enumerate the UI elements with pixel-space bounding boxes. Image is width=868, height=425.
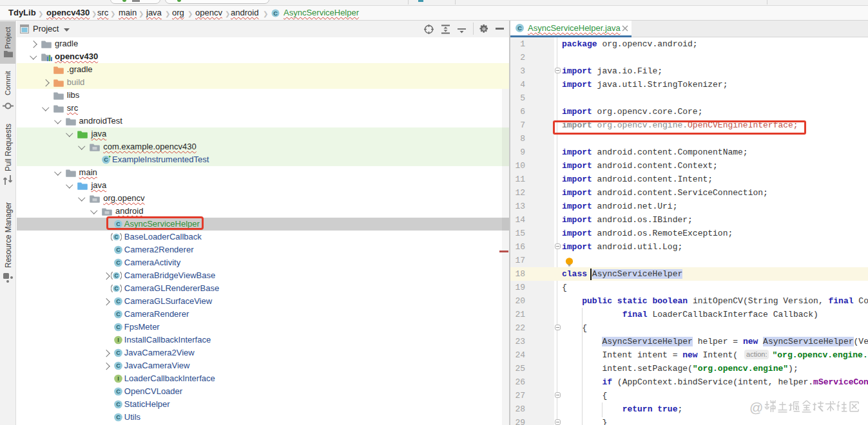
svg-text:C: C (114, 285, 118, 292)
svg-text:C: C (116, 414, 121, 420)
svg-text:C: C (116, 388, 121, 395)
svg-text:@: @ (749, 400, 763, 415)
svg-text:C: C (116, 311, 121, 317)
svg-text:C: C (116, 350, 121, 356)
svg-text:I: I (117, 375, 119, 382)
svg-text:C: C (116, 247, 121, 253)
svg-text:C: C (104, 156, 108, 163)
svg-text:C: C (273, 10, 278, 17)
svg-text:C: C (114, 234, 118, 240)
svg-text:C: C (116, 363, 121, 369)
svg-text:C: C (517, 25, 522, 32)
svg-text:C: C (116, 401, 121, 408)
svg-text:C: C (114, 272, 118, 279)
svg-text:I: I (117, 337, 119, 343)
svg-text:C: C (116, 324, 121, 330)
svg-text:C: C (116, 298, 121, 305)
svg-text:C: C (116, 260, 121, 266)
